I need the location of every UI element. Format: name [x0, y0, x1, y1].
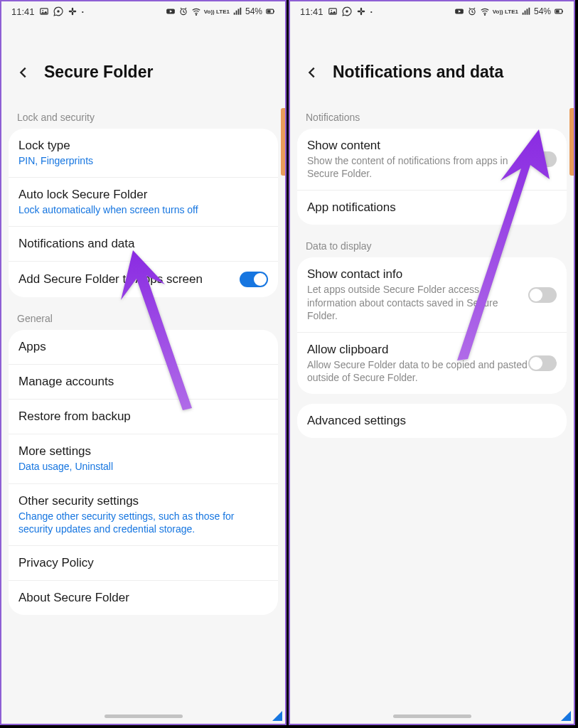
show-content-toggle[interactable]: [528, 151, 557, 167]
row-apps[interactable]: Apps: [9, 330, 278, 365]
card-general: Apps Manage accounts Restore from backup…: [9, 330, 278, 615]
privacy-title: Privacy Policy: [18, 556, 268, 570]
volte-icon: Vo)) LTE1: [204, 9, 230, 15]
advanced-title: Advanced settings: [307, 414, 557, 428]
page-title: Secure Folder: [44, 63, 153, 82]
clipboard-title: Allow clipboard: [307, 343, 528, 357]
row-about[interactable]: About Secure Folder: [9, 581, 278, 615]
more-title: More settings: [18, 444, 268, 459]
row-show-content[interactable]: Show content Show the content of notific…: [297, 129, 567, 191]
svg-rect-3: [71, 8, 73, 11]
svg-rect-16: [360, 8, 361, 11]
more-dot-icon: ·: [82, 6, 85, 17]
wifi-icon: [480, 6, 490, 16]
auto-lock-sub: Lock automatically when screen turns off: [18, 203, 268, 216]
notif-data-title: Notifications and data: [18, 237, 268, 251]
svg-rect-24: [562, 11, 563, 12]
show-content-sub: Show the content of notifications from a…: [307, 154, 528, 180]
restore-title: Restore from backup: [18, 410, 268, 424]
contact-sub: Let apps outside Secure Folder access in…: [307, 283, 528, 322]
row-manage-accounts[interactable]: Manage accounts: [9, 365, 278, 400]
other-title: Other security settings: [18, 494, 268, 508]
picture-icon: [39, 6, 49, 16]
card-notifications: Show content Show the content of notific…: [297, 129, 567, 225]
lock-type-title: Lock type: [18, 139, 268, 153]
edge-panel-handle[interactable]: [569, 108, 574, 176]
volte-icon: Vo)) LTE1: [493, 9, 518, 15]
svg-rect-19: [361, 11, 365, 12]
svg-rect-11: [274, 11, 274, 12]
corner-flag-icon: [272, 711, 282, 721]
row-auto-lock[interactable]: Auto lock Secure Folder Lock automatical…: [9, 178, 278, 227]
row-advanced-settings[interactable]: Advanced settings: [297, 404, 567, 438]
svg-rect-5: [71, 12, 73, 16]
status-bar: 11:41 · Vo)) LTE1 54%: [1, 1, 285, 21]
row-more-settings[interactable]: More settings Data usage, Uninstall: [9, 434, 278, 483]
row-app-notifications[interactable]: App notifications: [297, 191, 567, 225]
clipboard-sub: Allow Secure Folder data to be copied an…: [307, 358, 528, 384]
svg-point-2: [57, 10, 60, 13]
svg-rect-6: [73, 11, 76, 12]
wifi-icon: [191, 6, 201, 16]
whatsapp-icon: [342, 6, 352, 16]
row-lock-type[interactable]: Lock type PIN, Fingerprints: [9, 129, 278, 178]
show-content-title: Show content: [307, 139, 528, 153]
status-time: 11:41: [11, 6, 35, 17]
status-bar: 11:41 · Vo)) LTE1 54%: [290, 1, 574, 21]
card-data-display: Show contact info Let apps outside Secur…: [297, 257, 567, 394]
slack-icon: [356, 6, 366, 16]
battery-icon: [265, 6, 275, 16]
section-lock-security: Lock and security: [1, 82, 285, 129]
row-allow-clipboard[interactable]: Allow clipboard Allow Secure Folder data…: [297, 333, 567, 394]
other-sub: Change other security settings, such as …: [18, 510, 268, 535]
battery-text: 54%: [245, 6, 262, 16]
slack-icon: [68, 6, 77, 16]
card-advanced: Advanced settings: [297, 404, 567, 438]
whatsapp-icon: [53, 6, 63, 16]
row-other-security[interactable]: Other security settings Change other sec…: [9, 484, 278, 546]
about-title: About Secure Folder: [18, 591, 268, 605]
svg-point-22: [484, 14, 485, 15]
more-dot-icon: ·: [370, 6, 373, 17]
svg-point-14: [331, 10, 332, 11]
page-header: Secure Folder: [1, 21, 285, 82]
manage-title: Manage accounts: [18, 375, 268, 389]
lock-type-sub: PIN, Fingerprints: [18, 154, 268, 167]
contact-toggle[interactable]: [528, 287, 557, 303]
picture-icon: [328, 6, 338, 16]
back-button[interactable]: [304, 65, 320, 80]
row-privacy-policy[interactable]: Privacy Policy: [9, 546, 278, 581]
svg-rect-18: [360, 12, 361, 16]
contact-title: Show contact info: [307, 267, 528, 282]
gesture-bar[interactable]: [393, 714, 471, 718]
signal-icon: [232, 6, 242, 16]
svg-point-9: [196, 14, 196, 15]
add-apps-toggle[interactable]: [240, 272, 268, 287]
section-notifications: Notifications: [290, 82, 574, 129]
alarm-icon: [178, 6, 188, 16]
row-add-apps-screen[interactable]: Add Secure Folder to Apps screen: [9, 262, 278, 297]
gesture-bar[interactable]: [105, 714, 183, 718]
svg-point-15: [346, 10, 348, 13]
page-title: Notifications and data: [333, 63, 503, 82]
row-restore-backup[interactable]: Restore from backup: [9, 400, 278, 434]
row-show-contact[interactable]: Show contact info Let apps outside Secur…: [297, 257, 567, 333]
svg-rect-17: [357, 11, 360, 12]
phone-right: 11:41 · Vo)) LTE1 54% Notifications: [289, 0, 575, 725]
back-button[interactable]: [16, 65, 31, 80]
phone-left: 11:41 · Vo)) LTE1 54% Secure Folder: [0, 0, 287, 725]
more-sub: Data usage, Uninstall: [18, 460, 268, 473]
card-lock-security: Lock type PIN, Fingerprints Auto lock Se…: [9, 129, 278, 297]
clipboard-toggle[interactable]: [528, 355, 557, 371]
apps-title: Apps: [18, 340, 268, 354]
youtube-icon: [454, 6, 464, 16]
battery-icon: [554, 6, 564, 16]
corner-flag-icon: [561, 711, 571, 721]
row-notifications-data[interactable]: Notifications and data: [9, 227, 278, 262]
svg-rect-4: [68, 11, 72, 12]
edge-panel-handle[interactable]: [281, 108, 285, 176]
svg-point-1: [42, 10, 43, 11]
section-data-display: Data to display: [290, 225, 574, 257]
alarm-icon: [467, 6, 477, 16]
auto-lock-title: Auto lock Secure Folder: [18, 188, 268, 202]
